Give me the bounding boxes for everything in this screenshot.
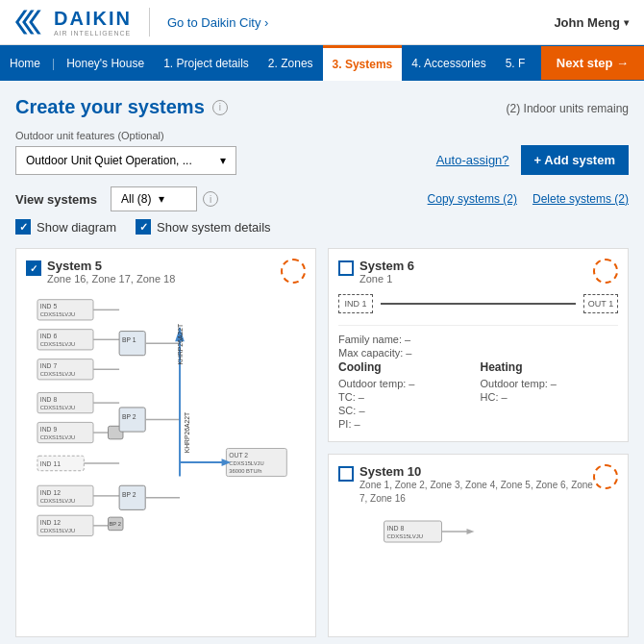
system-5-zones: Zone 16, Zone 17, Zone 18 — [47, 273, 175, 285]
system-6-header-left: System 6 Zone 1 — [338, 259, 414, 285]
nav-zones[interactable]: 2. Zones — [259, 47, 323, 80]
system-6-checkbox[interactable] — [338, 260, 354, 276]
system-6-zones: Zone 1 — [359, 273, 414, 285]
nav-sep1: | — [50, 47, 57, 80]
units-remaining: (2) Indoor units remaing — [507, 96, 629, 115]
svg-text:IND 12: IND 12 — [40, 489, 61, 496]
view-systems-row: View systems All (8) ▾ i Copy systems (2… — [15, 186, 629, 211]
system-5-header: ✓ System 5 Zone 16, Zone 17, Zone 18 — [26, 259, 306, 285]
svg-marker-60 — [467, 529, 475, 534]
view-actions: Copy systems (2) Delete systems (2) — [428, 192, 629, 206]
system-5-title: System 5 — [47, 259, 175, 273]
system-6-diagram: IND 1 OUT 1 — [338, 290, 618, 317]
view-select-chevron: ▾ — [159, 192, 164, 206]
system-10-diagram: IND 8 CDXS15LVJU — [338, 511, 618, 627]
outdoor-temp-c: Outdoor temp: – — [338, 378, 477, 389]
svg-text:KHRP26A22T: KHRP26A22T — [177, 324, 184, 365]
svg-text:IND 8: IND 8 — [40, 396, 58, 403]
user-name: John Meng — [554, 15, 620, 30]
system-10-zones: Zone 1, Zone 2, Zone 3, Zone 4, Zone 5, … — [359, 479, 593, 506]
divider — [149, 8, 150, 37]
user-menu[interactable]: John Meng ▾ — [554, 15, 629, 30]
show-system-details-label: Show system details — [157, 220, 271, 235]
show-diagram-checkbox[interactable]: ✓ Show diagram — [15, 219, 116, 235]
sys6-line — [381, 303, 576, 305]
daikin-city-link[interactable]: Go to Daikin City › — [167, 15, 268, 30]
svg-text:36000 BTU/h: 36000 BTU/h — [229, 468, 261, 474]
cooling-col: Cooling Outdoor temp: – TC: – SC: – PI: … — [338, 360, 477, 432]
svg-text:IND 12: IND 12 — [40, 519, 61, 526]
system-5-header-left: ✓ System 5 Zone 16, Zone 17, Zone 18 — [26, 259, 175, 285]
logo-text: DAIKIN — [54, 8, 132, 30]
svg-text:IND 9: IND 9 — [40, 426, 58, 433]
system-10-header: System 10 Zone 1, Zone 2, Zone 3, Zone 4… — [338, 464, 618, 506]
system-10-svg: IND 8 CDXS15LVJU — [338, 511, 618, 550]
systems-grid: ✓ System 5 Zone 16, Zone 17, Zone 18 IND… — [15, 248, 629, 637]
next-step-button[interactable]: Next step → — [541, 46, 644, 80]
system-5-checkbox[interactable]: ✓ — [26, 260, 41, 276]
nav-project-details[interactable]: 1. Project details — [154, 47, 259, 80]
view-systems-select[interactable]: All (8) ▾ — [111, 186, 197, 211]
svg-text:BP 2: BP 2 — [109, 521, 120, 527]
checkboxes-row: ✓ Show diagram ✓ Show system details — [15, 219, 629, 235]
add-system-button[interactable]: + Add system — [521, 145, 629, 175]
family-name: Family name: – — [338, 334, 618, 345]
nav-home[interactable]: Home — [0, 47, 50, 80]
heating-col: Heating Outdoor temp: – HC: – — [481, 360, 619, 432]
svg-text:IND 7: IND 7 — [40, 362, 58, 369]
system-10-circle[interactable] — [593, 464, 618, 489]
tc: TC: – — [338, 391, 477, 403]
nav-accessories[interactable]: 4. Accessories — [402, 47, 495, 80]
sys6-out-box: OUT 1 — [583, 294, 618, 313]
system-6-circle[interactable] — [593, 259, 618, 284]
nav-tab5[interactable]: 5. F — [496, 47, 535, 80]
outdoor-label: Outdoor unit features (Optional) — [15, 130, 629, 141]
nav-honeys-house[interactable]: Honey's House — [57, 47, 154, 80]
hc: HC: – — [481, 391, 619, 403]
daikin-logo-icon — [15, 9, 46, 36]
svg-text:CDXS15LVJU: CDXS15LVJU — [40, 434, 75, 440]
show-diagram-box: ✓ — [15, 219, 31, 235]
auto-assign-button[interactable]: Auto-assign? — [436, 153, 509, 167]
chevron-down-icon: ▾ — [624, 17, 629, 28]
heating-title: Heating — [481, 360, 619, 374]
details-grid: Cooling Outdoor temp: – TC: – SC: – PI: … — [338, 360, 618, 432]
pi: PI: – — [338, 418, 477, 430]
nav-bar: Home | Honey's House 1. Project details … — [0, 45, 644, 81]
top-bar: DAIKIN AIR INTELLIGENCE Go to Daikin Cit… — [0, 0, 644, 45]
system-10-header-left: System 10 Zone 1, Zone 2, Zone 3, Zone 4… — [338, 464, 593, 506]
cooling-title: Cooling — [338, 360, 477, 374]
system-5-diagram: IND 5 CDXS15LVJU IND 6 CDXS15LVJU IND 7 … — [26, 290, 306, 581]
system-6-header: System 6 Zone 1 — [338, 259, 618, 285]
info-icon[interactable]: i — [212, 100, 228, 115]
svg-text:CDXS15LVJU: CDXS15LVJU — [40, 498, 75, 504]
svg-text:IND 6: IND 6 — [40, 333, 58, 339]
svg-text:KHRP26A22T: KHRP26A22T — [184, 412, 190, 454]
show-system-details-box: ✓ — [136, 219, 151, 235]
system-5-svg: IND 5 CDXS15LVJU IND 6 CDXS15LVJU IND 7 … — [26, 290, 306, 579]
view-systems-label: View systems — [15, 192, 97, 207]
header-row: Create your systems i (2) Indoor units r… — [15, 96, 629, 118]
outdoor-row: Outdoor Unit Quiet Operation, ... ▾ Auto… — [15, 145, 629, 175]
show-system-details-checkbox[interactable]: ✓ Show system details — [136, 219, 271, 235]
svg-text:IND 5: IND 5 — [40, 303, 58, 310]
system-5-circle[interactable] — [281, 259, 306, 284]
copy-systems-button[interactable]: Copy systems (2) — [428, 192, 517, 206]
nav-systems[interactable]: 3. Systems — [323, 45, 403, 81]
svg-text:CDXS15LVJU: CDXS15LVJU — [40, 371, 75, 377]
system-10-checkbox[interactable] — [338, 466, 354, 482]
system-10-title: System 10 — [359, 464, 593, 479]
view-info-icon[interactable]: i — [203, 191, 218, 207]
svg-text:CDXS15LVJU: CDXS15LVJU — [40, 528, 75, 533]
svg-text:CDXS15LVJU: CDXS15LVJU — [229, 460, 263, 466]
svg-text:IND 8: IND 8 — [387, 525, 405, 532]
system-6-card: System 6 Zone 1 IND 1 OUT 1 Family name:… — [328, 248, 629, 442]
svg-text:CDXS15LVJU: CDXS15LVJU — [40, 341, 75, 347]
outdoor-select-value: Outdoor Unit Quiet Operation, ... — [26, 154, 192, 167]
system-5-card: ✓ System 5 Zone 16, Zone 17, Zone 18 IND… — [15, 248, 316, 637]
outdoor-select-chevron: ▾ — [220, 154, 226, 167]
logo-area: DAIKIN AIR INTELLIGENCE Go to Daikin Cit… — [15, 8, 268, 37]
delete-systems-button[interactable]: Delete systems (2) — [533, 192, 629, 206]
outdoor-unit-select[interactable]: Outdoor Unit Quiet Operation, ... ▾ — [15, 146, 236, 175]
view-systems-left: View systems All (8) ▾ i — [15, 186, 218, 211]
